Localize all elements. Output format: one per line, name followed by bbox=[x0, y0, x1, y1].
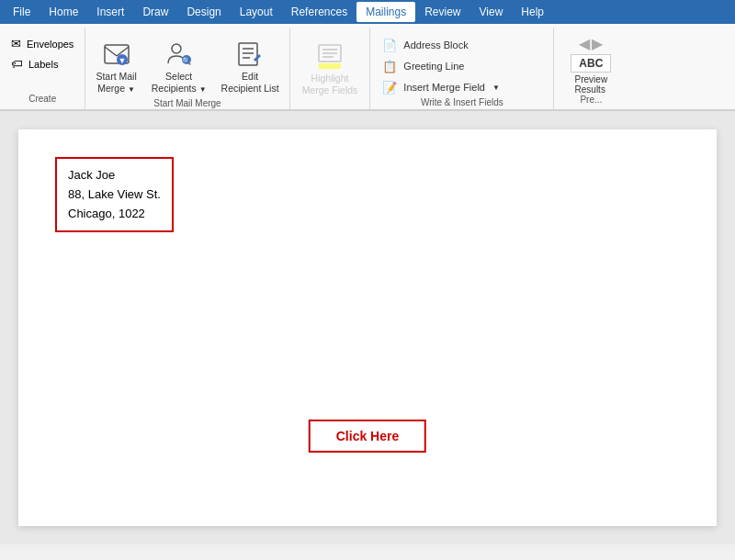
menu-insert[interactable]: Insert bbox=[87, 2, 133, 22]
edit-recipient-list-button[interactable]: EditRecipient List bbox=[215, 35, 286, 98]
labels-button[interactable]: 🏷 Labels bbox=[7, 55, 77, 73]
mail-merge-icon: ▼ bbox=[102, 39, 131, 69]
menu-home[interactable]: Home bbox=[40, 2, 87, 22]
insert-merge-field-button[interactable]: 📝 Insert Merge Field ▼ bbox=[378, 77, 546, 97]
menu-references[interactable]: References bbox=[282, 2, 356, 22]
insert-merge-field-label: Insert Merge Field bbox=[403, 82, 485, 93]
menu-draw[interactable]: Draw bbox=[133, 2, 177, 22]
select-recipients-icon: 🔍 bbox=[164, 39, 194, 69]
address-line3: Chicago, 1022 bbox=[68, 205, 161, 224]
menu-review[interactable]: Review bbox=[415, 2, 469, 22]
labels-label: Labels bbox=[28, 59, 58, 70]
preview-group-label: Pre... bbox=[580, 95, 602, 106]
highlight-icon bbox=[315, 41, 345, 71]
preview-results-label: PreviewResults bbox=[575, 74, 608, 95]
preview-abc: ABC bbox=[571, 54, 611, 73]
ribbon: ✉ Envelopes 🏷 Labels Create bbox=[0, 24, 735, 111]
menu-view[interactable]: View bbox=[470, 2, 513, 22]
menu-layout[interactable]: Layout bbox=[231, 2, 282, 22]
menu-bar: File Home Insert Draw Design Layout Refe… bbox=[0, 0, 735, 24]
address-block-button[interactable]: 📄 Address Block bbox=[378, 35, 546, 55]
document-page: Jack Joe 88, Lake View St. Chicago, 1022… bbox=[18, 129, 717, 526]
label-icon: 🏷 bbox=[11, 57, 23, 71]
next-arrow-icon[interactable]: ▶ bbox=[592, 35, 603, 52]
document-area: Jack Joe 88, Lake View St. Chicago, 1022… bbox=[0, 111, 735, 544]
start-mail-merge-label: Start MailMerge ▼ bbox=[96, 71, 136, 94]
select-recipients-label: SelectRecipients ▼ bbox=[152, 71, 207, 94]
edit-recipient-list-label: EditRecipient List bbox=[221, 71, 279, 94]
select-recipients-button[interactable]: 🔍 SelectRecipients ▼ bbox=[145, 35, 213, 98]
address-block-icon: 📄 bbox=[381, 39, 398, 52]
menu-mailings[interactable]: Mailings bbox=[356, 2, 415, 22]
click-here-button[interactable]: Click Here bbox=[309, 420, 426, 453]
greeting-line-button[interactable]: 📋 Greeting Line bbox=[378, 56, 546, 76]
insert-merge-field-dropdown: ▼ bbox=[492, 84, 500, 92]
svg-line-1 bbox=[105, 47, 117, 56]
menu-file[interactable]: File bbox=[4, 2, 40, 22]
prev-arrow-icon[interactable]: ◀ bbox=[579, 35, 590, 52]
write-insert-group-label: Write & Insert Fields bbox=[378, 97, 546, 109]
start-mail-merge-group-label: Start Mail Merge bbox=[89, 98, 285, 110]
highlight-merge-fields-label: HighlightMerge Fields bbox=[302, 73, 358, 95]
menu-design[interactable]: Design bbox=[177, 2, 230, 22]
greeting-line-icon: 📋 bbox=[381, 60, 398, 73]
envelopes-label: Envelopes bbox=[27, 39, 74, 50]
svg-rect-16 bbox=[319, 63, 341, 69]
svg-rect-8 bbox=[239, 43, 257, 65]
edit-recipient-icon bbox=[235, 39, 265, 69]
highlight-merge-fields-button[interactable]: HighlightMerge Fields bbox=[296, 37, 365, 100]
svg-text:▼: ▼ bbox=[118, 56, 126, 65]
svg-point-5 bbox=[172, 44, 181, 53]
insert-merge-field-icon: 📝 bbox=[381, 81, 398, 95]
svg-text:🔍: 🔍 bbox=[182, 56, 191, 65]
address-block-label: Address Block bbox=[403, 39, 468, 50]
menu-help[interactable]: Help bbox=[512, 2, 553, 22]
envelope-icon: ✉ bbox=[11, 37, 21, 50]
address-block-content: Jack Joe 88, Lake View St. Chicago, 1022 bbox=[55, 157, 174, 232]
address-line2: 88, Lake View St. bbox=[68, 185, 161, 205]
start-mail-merge-button[interactable]: ▼ Start MailMerge ▼ bbox=[89, 35, 142, 98]
greeting-line-label: Greeting Line bbox=[403, 61, 464, 72]
envelopes-button[interactable]: ✉ Envelopes bbox=[7, 35, 77, 52]
address-line1: Jack Joe bbox=[68, 166, 161, 185]
create-group-label: Create bbox=[7, 94, 77, 106]
